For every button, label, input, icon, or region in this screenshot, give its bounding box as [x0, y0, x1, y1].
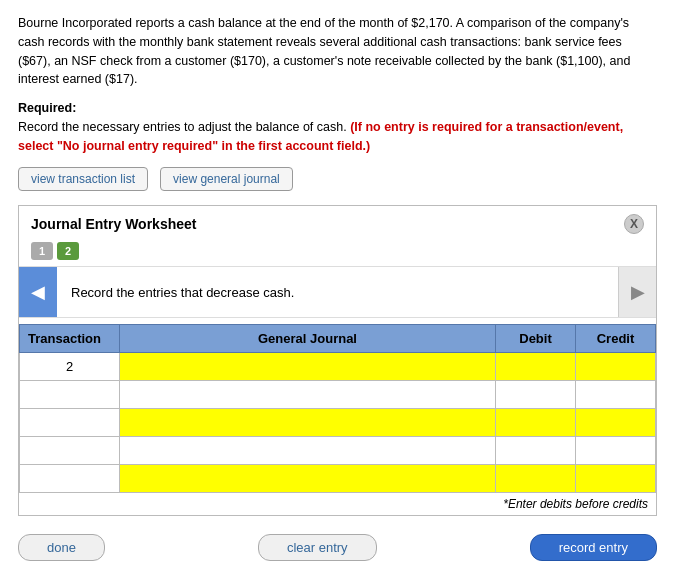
journal-entry-cell[interactable] [120, 381, 496, 409]
bottom-buttons-row: done clear entry record entry [18, 526, 657, 565]
right-arrow-icon: ▶ [631, 281, 645, 303]
col-header-debit: Debit [496, 325, 576, 353]
nav-row: ◀ Record the entries that decrease cash.… [19, 266, 656, 318]
clear-entry-button[interactable]: clear entry [258, 534, 377, 561]
transaction-number [20, 437, 120, 465]
transaction-number: 2 [20, 353, 120, 381]
credit-cell[interactable] [576, 465, 656, 493]
col-header-credit: Credit [576, 325, 656, 353]
top-buttons-row: view transaction list view general journ… [18, 167, 657, 191]
col-header-general-journal: General Journal [120, 325, 496, 353]
col-header-transaction: Transaction [20, 325, 120, 353]
journal-entry-cell[interactable] [120, 409, 496, 437]
done-button[interactable]: done [18, 534, 105, 561]
tab-2[interactable]: 2 [57, 242, 79, 260]
credit-cell[interactable] [576, 409, 656, 437]
table-row [20, 437, 656, 465]
credit-cell[interactable] [576, 437, 656, 465]
table-row [20, 465, 656, 493]
tab-row: 1 2 [19, 238, 656, 260]
journal-entry-worksheet: Journal Entry Worksheet X 1 2 ◀ Record t… [18, 205, 657, 516]
journal-entry-cell[interactable] [120, 437, 496, 465]
debit-cell[interactable] [496, 437, 576, 465]
instruction-static: Record the necessary entries to adjust t… [18, 120, 347, 134]
tab-1[interactable]: 1 [31, 242, 53, 260]
hint-text: *Enter debits before credits [19, 493, 656, 515]
required-section: Required: Record the necessary entries t… [18, 99, 657, 155]
journal-entry-cell[interactable] [120, 353, 496, 381]
debit-cell[interactable] [496, 409, 576, 437]
nav-instruction-text: Record the entries that decrease cash. [57, 267, 618, 317]
nav-next-button[interactable]: ▶ [618, 267, 656, 317]
left-arrow-icon: ◀ [31, 281, 45, 303]
journal-entry-cell[interactable] [120, 465, 496, 493]
table-row [20, 381, 656, 409]
required-label: Required: [18, 101, 76, 115]
worksheet-header: Journal Entry Worksheet X [19, 206, 656, 238]
center-buttons: clear entry [258, 534, 377, 561]
credit-cell[interactable] [576, 381, 656, 409]
journal-table: Transaction General Journal Debit Credit… [19, 324, 656, 493]
table-row: 2 [20, 353, 656, 381]
debit-cell[interactable] [496, 465, 576, 493]
debit-cell[interactable] [496, 353, 576, 381]
worksheet-title: Journal Entry Worksheet [31, 216, 196, 232]
nav-prev-button[interactable]: ◀ [19, 267, 57, 317]
transaction-number [20, 465, 120, 493]
intro-text: Bourne Incorporated reports a cash balan… [18, 14, 657, 89]
record-entry-button[interactable]: record entry [530, 534, 657, 561]
transaction-number [20, 409, 120, 437]
credit-cell[interactable] [576, 353, 656, 381]
debit-cell[interactable] [496, 381, 576, 409]
transaction-number [20, 381, 120, 409]
close-button[interactable]: X [624, 214, 644, 234]
view-transaction-button[interactable]: view transaction list [18, 167, 148, 191]
view-journal-button[interactable]: view general journal [160, 167, 293, 191]
table-row [20, 409, 656, 437]
table-header-row: Transaction General Journal Debit Credit [20, 325, 656, 353]
